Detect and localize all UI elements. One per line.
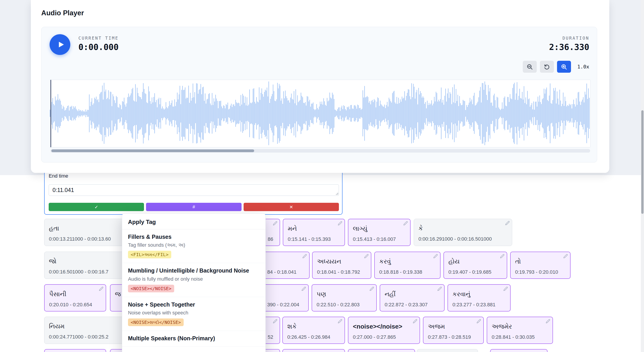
zoom-in-button[interactable] [557, 61, 571, 73]
menu-item-mumbling-noise[interactable]: Mumbling / Unintelligible / Background N… [122, 263, 266, 297]
edit-icon[interactable] [413, 319, 417, 324]
segment-time: 0:20.010 - 0:20.654 [49, 302, 92, 308]
zoom-reset-icon [544, 63, 550, 70]
edit-icon[interactable] [273, 221, 278, 225]
segment-time: 390 - 0:22.004 [267, 302, 299, 308]
zoom-level: 1.0x [577, 64, 589, 70]
segment-time: 86 [268, 236, 273, 242]
confirm-button[interactable]: ✓ [49, 203, 144, 211]
segment-time: 0:27.000 - 0:27.865 [353, 334, 396, 340]
edit-icon[interactable] [437, 287, 442, 291]
segment-chip[interactable] [417, 349, 478, 352]
segment-chip[interactable]: અધ્યયન 0:18.041 - 0:18.792 [312, 252, 371, 279]
x-icon: ✕ [289, 204, 293, 210]
segment-text: પણ [316, 291, 326, 298]
segment-time: 0:15.413 - 0:16.007 [353, 236, 396, 242]
duration-label: DURATION [549, 35, 589, 40]
current-time-block: CURRENT TIME 0:00.000 [78, 35, 118, 52]
playhead-cursor[interactable] [50, 80, 51, 147]
menu-item-title: Multiple Speakers (Non-Primary) [128, 335, 260, 342]
edit-icon[interactable] [302, 254, 307, 258]
page-scrollbar-thumb[interactable] [641, 110, 644, 214]
edit-icon[interactable] [546, 319, 550, 324]
edit-icon[interactable] [338, 221, 342, 225]
segment-time: 0:22.872 - 0:23.307 [385, 302, 428, 308]
edit-icon[interactable] [500, 254, 504, 258]
segment-text: જો [49, 258, 56, 265]
segment-chip[interactable]: લાગ્યું 0:15.413 - 0:16.007 [348, 219, 410, 246]
segment-time: 0:00:24.771000 - 0:00:25.2 [49, 334, 108, 340]
end-time-label: End time [49, 173, 68, 179]
zoom-out-icon [526, 63, 533, 70]
delete-button[interactable]: ✕ [244, 203, 339, 211]
segment-chip[interactable]: <noise></noise> 0:27.000 - 0:27.865 [348, 317, 420, 344]
segment-text: હોય [448, 258, 460, 265]
segment-text: હતા [49, 225, 59, 232]
segment-chip[interactable]: કે 0:00:16.291000 - 0:00:16.501000 [414, 219, 512, 246]
apply-tag-title: Apply Tag [122, 214, 266, 229]
play-icon [56, 39, 66, 50]
waveform-scrollbar-thumb[interactable] [52, 150, 254, 152]
segment-chip[interactable]: અજમેર 0:28.841 - 0:30.035 [487, 317, 553, 344]
edit-icon[interactable] [99, 287, 104, 291]
zoom-out-button[interactable] [523, 61, 537, 73]
edit-icon[interactable] [505, 221, 510, 225]
segment-time: 0:15.141 - 0:15.393 [288, 236, 331, 242]
segment-text: શકે [287, 323, 296, 330]
segment-text: નિયમ [49, 323, 65, 330]
segment-text: <noise></noise> [353, 323, 402, 330]
edit-icon[interactable] [403, 221, 408, 225]
segment-chip[interactable]: કરવું 0:18.818 - 0:19.338 [374, 252, 440, 279]
segment-chip[interactable]: હોય 0:19.407 - 0:19.685 [444, 252, 507, 279]
menu-item-description: Audio is fully muffled or only noise [128, 276, 260, 282]
page-scrollbar-track[interactable] [641, 0, 644, 352]
segment-time: 0:18.818 - 0:19.338 [379, 269, 422, 275]
hash-icon: # [192, 204, 195, 209]
segment-chip[interactable]: પણ 0:22.510 - 0:22.803 [312, 284, 377, 312]
edit-icon[interactable] [370, 287, 374, 291]
menu-item-multiple-speakers[interactable]: Multiple Speakers (Non-Primary) [122, 331, 266, 347]
segment-chip[interactable]: પૈસાની 0:20.010 - 0:20.654 [44, 284, 106, 312]
edit-icon[interactable] [338, 319, 342, 324]
segment-chip[interactable]: નહીં 0:22.872 - 0:23.307 [380, 284, 444, 312]
end-time-input[interactable] [49, 184, 339, 196]
menu-item-noise-speech[interactable]: Noise + Speech Together Noise overlaps w… [122, 297, 266, 331]
waveform-bars [50, 80, 590, 147]
segment-time: 0:00:13.211000 - 0:00:13.60 [49, 236, 111, 242]
zoom-reset-button[interactable] [540, 61, 554, 73]
segment-chip[interactable]: મને 0:15.141 - 0:15.393 [283, 219, 345, 246]
edit-icon[interactable] [302, 287, 306, 291]
menu-item-fillers-pauses[interactable]: Fillers & Pauses Tag filler sounds (અમ, … [122, 229, 266, 263]
segment-time: 0:22.510 - 0:22.803 [316, 302, 360, 308]
edit-icon[interactable] [504, 287, 508, 291]
segment-time: 0:19.407 - 0:19.685 [448, 269, 492, 275]
waveform-scrollbar-track[interactable] [50, 149, 590, 153]
segment-text: કે [418, 225, 423, 232]
segment-chip[interactable]: અજમ 0:27.873 - 0:28.519 [423, 317, 484, 344]
edit-icon[interactable] [563, 254, 568, 258]
apply-tag-button[interactable]: # [146, 203, 241, 211]
edit-icon[interactable] [476, 319, 481, 324]
segment-chip[interactable] [348, 349, 415, 352]
menu-item-title: Fillers & Pauses [128, 233, 260, 240]
menu-item-description: Noise overlaps with speech [128, 310, 260, 316]
segment-text: મને [288, 225, 297, 232]
segment-chip[interactable] [490, 349, 548, 352]
segment-text: કરવું [379, 258, 391, 265]
segment-chip[interactable]: તો 0:19.793 - 0:20.010 [510, 252, 570, 279]
segment-chip[interactable]: શકે 0:26.425 - 0:26.984 [282, 317, 345, 344]
play-button[interactable] [50, 34, 70, 55]
segment-chip[interactable]: કરવાનું 0:23.277 - 0:23.881 [448, 284, 510, 312]
segment-text: લાગ્યું [353, 225, 367, 232]
audio-player-card: Audio Player CURRENT TIME 0:00.000 DURAT… [31, 0, 609, 173]
duration-block: DURATION 2:36.330 [549, 35, 589, 52]
waveform[interactable] [50, 80, 590, 148]
segment-chip[interactable] [282, 349, 345, 352]
menu-item-description: Tag filler sounds (અમ, અ) [128, 242, 260, 248]
edit-icon[interactable] [364, 254, 369, 258]
menu-item-title: Noise + Speech Together [128, 301, 260, 308]
edit-icon[interactable] [273, 319, 278, 324]
check-icon: ✓ [94, 204, 98, 210]
segment-chip[interactable] [44, 349, 106, 352]
edit-icon[interactable] [433, 254, 438, 258]
